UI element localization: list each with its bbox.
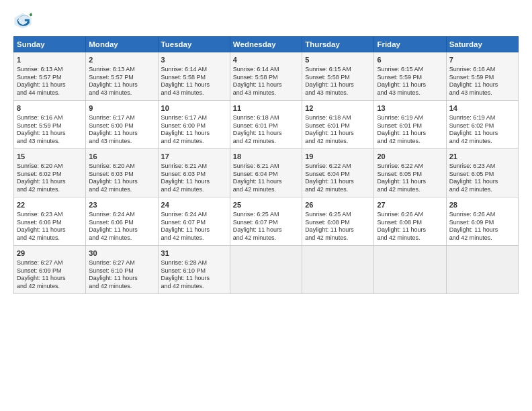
day-info: Sunrise: 6:25 AM Sunset: 6:08 PM Dayligh… xyxy=(305,211,371,242)
header-saturday: Saturday xyxy=(446,37,518,52)
day-info: Sunrise: 6:17 AM Sunset: 6:00 PM Dayligh… xyxy=(89,114,154,146)
week-row-3: 15Sunrise: 6:20 AM Sunset: 6:02 PM Dayli… xyxy=(14,149,519,197)
day-number: 11 xyxy=(233,103,299,113)
calendar-cell: 22Sunrise: 6:23 AM Sunset: 6:06 PM Dayli… xyxy=(14,197,86,246)
day-number: 16 xyxy=(89,152,154,162)
day-info: Sunrise: 6:15 AM Sunset: 5:58 PM Dayligh… xyxy=(305,66,371,97)
day-info: Sunrise: 6:27 AM Sunset: 6:10 PM Dayligh… xyxy=(89,259,154,291)
calendar-cell: 23Sunrise: 6:24 AM Sunset: 6:06 PM Dayli… xyxy=(86,197,158,246)
day-number: 2 xyxy=(89,55,154,65)
calendar-table: SundayMondayTuesdayWednesdayThursdayFrid… xyxy=(13,36,519,294)
day-info: Sunrise: 6:23 AM Sunset: 6:06 PM Dayligh… xyxy=(17,211,83,242)
calendar-cell: 5Sunrise: 6:15 AM Sunset: 5:58 PM Daylig… xyxy=(302,52,374,101)
day-info: Sunrise: 6:13 AM Sunset: 5:57 PM Dayligh… xyxy=(89,66,154,97)
day-number: 21 xyxy=(449,152,515,162)
calendar-cell: 26Sunrise: 6:25 AM Sunset: 6:08 PM Dayli… xyxy=(302,197,374,246)
calendar-cell: 31Sunrise: 6:28 AM Sunset: 6:10 PM Dayli… xyxy=(158,246,230,294)
calendar-cell xyxy=(302,246,374,294)
calendar-cell: 3Sunrise: 6:14 AM Sunset: 5:58 PM Daylig… xyxy=(158,52,230,101)
calendar-cell: 7Sunrise: 6:16 AM Sunset: 5:59 PM Daylig… xyxy=(446,52,518,101)
calendar-cell: 18Sunrise: 6:21 AM Sunset: 6:04 PM Dayli… xyxy=(230,149,302,197)
calendar-cell: 16Sunrise: 6:20 AM Sunset: 6:03 PM Dayli… xyxy=(86,149,158,197)
day-info: Sunrise: 6:24 AM Sunset: 6:06 PM Dayligh… xyxy=(89,211,154,242)
page: SundayMondayTuesdayWednesdayThursdayFrid… xyxy=(0,0,532,301)
calendar-cell: 10Sunrise: 6:17 AM Sunset: 6:00 PM Dayli… xyxy=(158,101,230,149)
calendar-cell: 29Sunrise: 6:27 AM Sunset: 6:09 PM Dayli… xyxy=(14,246,86,294)
calendar-cell: 25Sunrise: 6:25 AM Sunset: 6:07 PM Dayli… xyxy=(230,197,302,246)
day-info: Sunrise: 6:27 AM Sunset: 6:09 PM Dayligh… xyxy=(17,259,83,291)
day-info: Sunrise: 6:16 AM Sunset: 5:59 PM Dayligh… xyxy=(449,66,515,97)
day-info: Sunrise: 6:20 AM Sunset: 6:03 PM Dayligh… xyxy=(89,163,154,194)
day-number: 24 xyxy=(161,200,227,210)
calendar-cell: 14Sunrise: 6:19 AM Sunset: 6:02 PM Dayli… xyxy=(446,101,518,149)
day-info: Sunrise: 6:25 AM Sunset: 6:07 PM Dayligh… xyxy=(233,211,299,242)
day-info: Sunrise: 6:26 AM Sunset: 6:08 PM Dayligh… xyxy=(377,211,443,242)
day-number: 29 xyxy=(17,248,83,259)
header-thursday: Thursday xyxy=(302,37,374,52)
day-info: Sunrise: 6:15 AM Sunset: 5:59 PM Dayligh… xyxy=(377,66,443,97)
calendar-cell: 13Sunrise: 6:19 AM Sunset: 6:01 PM Dayli… xyxy=(374,101,446,149)
header-sunday: Sunday xyxy=(14,37,86,52)
header-monday: Monday xyxy=(86,37,158,52)
calendar-cell xyxy=(446,246,518,294)
day-number: 6 xyxy=(377,55,443,65)
calendar-cell: 9Sunrise: 6:17 AM Sunset: 6:00 PM Daylig… xyxy=(86,101,158,149)
header xyxy=(13,11,519,30)
day-number: 3 xyxy=(161,55,227,65)
calendar-cell xyxy=(230,246,302,294)
day-number: 10 xyxy=(161,103,227,113)
calendar-cell: 11Sunrise: 6:18 AM Sunset: 6:01 PM Dayli… xyxy=(230,101,302,149)
day-info: Sunrise: 6:16 AM Sunset: 5:59 PM Dayligh… xyxy=(17,114,83,146)
day-number: 30 xyxy=(89,248,154,259)
day-number: 9 xyxy=(89,103,154,113)
day-number: 8 xyxy=(17,103,83,113)
day-number: 22 xyxy=(17,200,83,210)
calendar-cell: 15Sunrise: 6:20 AM Sunset: 6:02 PM Dayli… xyxy=(14,149,86,197)
day-info: Sunrise: 6:28 AM Sunset: 6:10 PM Dayligh… xyxy=(161,259,227,291)
day-number: 1 xyxy=(17,55,83,65)
calendar-cell: 21Sunrise: 6:23 AM Sunset: 6:05 PM Dayli… xyxy=(446,149,518,197)
day-info: Sunrise: 6:14 AM Sunset: 5:58 PM Dayligh… xyxy=(233,66,299,97)
calendar-cell: 20Sunrise: 6:22 AM Sunset: 6:05 PM Dayli… xyxy=(374,149,446,197)
calendar-header-row: SundayMondayTuesdayWednesdayThursdayFrid… xyxy=(14,37,519,52)
day-number: 18 xyxy=(233,152,299,162)
header-friday: Friday xyxy=(374,37,446,52)
day-info: Sunrise: 6:19 AM Sunset: 6:01 PM Dayligh… xyxy=(377,114,443,146)
day-info: Sunrise: 6:22 AM Sunset: 6:05 PM Dayligh… xyxy=(377,163,443,194)
calendar-cell: 2Sunrise: 6:13 AM Sunset: 5:57 PM Daylig… xyxy=(86,52,158,101)
logo xyxy=(13,11,34,30)
day-info: Sunrise: 6:14 AM Sunset: 5:58 PM Dayligh… xyxy=(161,66,227,97)
day-number: 5 xyxy=(305,55,371,65)
day-number: 4 xyxy=(233,55,299,65)
day-number: 31 xyxy=(161,248,227,259)
calendar-cell: 8Sunrise: 6:16 AM Sunset: 5:59 PM Daylig… xyxy=(14,101,86,149)
day-number: 15 xyxy=(17,152,83,162)
calendar-cell: 27Sunrise: 6:26 AM Sunset: 6:08 PM Dayli… xyxy=(374,197,446,246)
week-row-4: 22Sunrise: 6:23 AM Sunset: 6:06 PM Dayli… xyxy=(14,197,519,246)
logo-icon xyxy=(13,11,32,30)
day-info: Sunrise: 6:19 AM Sunset: 6:02 PM Dayligh… xyxy=(449,114,515,146)
day-number: 27 xyxy=(377,200,443,210)
day-info: Sunrise: 6:24 AM Sunset: 6:07 PM Dayligh… xyxy=(161,211,227,242)
day-number: 14 xyxy=(449,103,515,113)
week-row-5: 29Sunrise: 6:27 AM Sunset: 6:09 PM Dayli… xyxy=(14,246,519,294)
day-number: 7 xyxy=(449,55,515,65)
day-number: 19 xyxy=(305,152,371,162)
calendar-cell: 17Sunrise: 6:21 AM Sunset: 6:03 PM Dayli… xyxy=(158,149,230,197)
calendar-cell: 6Sunrise: 6:15 AM Sunset: 5:59 PM Daylig… xyxy=(374,52,446,101)
day-info: Sunrise: 6:21 AM Sunset: 6:04 PM Dayligh… xyxy=(233,163,299,194)
calendar-cell: 24Sunrise: 6:24 AM Sunset: 6:07 PM Dayli… xyxy=(158,197,230,246)
calendar-cell: 1Sunrise: 6:13 AM Sunset: 5:57 PM Daylig… xyxy=(14,52,86,101)
day-info: Sunrise: 6:21 AM Sunset: 6:03 PM Dayligh… xyxy=(161,163,227,194)
day-number: 23 xyxy=(89,200,154,210)
week-row-2: 8Sunrise: 6:16 AM Sunset: 5:59 PM Daylig… xyxy=(14,101,519,149)
day-info: Sunrise: 6:17 AM Sunset: 6:00 PM Dayligh… xyxy=(161,114,227,146)
calendar-cell: 28Sunrise: 6:26 AM Sunset: 6:09 PM Dayli… xyxy=(446,197,518,246)
day-info: Sunrise: 6:20 AM Sunset: 6:02 PM Dayligh… xyxy=(17,163,83,194)
day-number: 20 xyxy=(377,152,443,162)
day-info: Sunrise: 6:22 AM Sunset: 6:04 PM Dayligh… xyxy=(305,163,371,194)
calendar-cell: 30Sunrise: 6:27 AM Sunset: 6:10 PM Dayli… xyxy=(86,246,158,294)
header-tuesday: Tuesday xyxy=(158,37,230,52)
day-number: 13 xyxy=(377,103,443,113)
day-info: Sunrise: 6:18 AM Sunset: 6:01 PM Dayligh… xyxy=(233,114,299,146)
